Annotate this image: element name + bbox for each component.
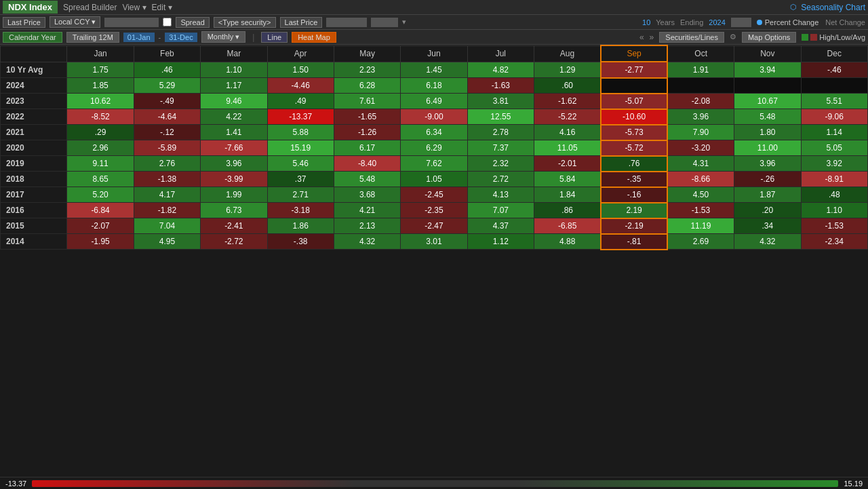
cell-2020-3[interactable]: 15.19: [267, 140, 334, 156]
cell-2023-8[interactable]: -5.07: [601, 94, 667, 109]
cell-2024-9[interactable]: [667, 78, 734, 94]
cell-2016-9[interactable]: -1.53: [667, 203, 734, 218]
cell-10 Yr Avg-4[interactable]: 2.23: [334, 62, 400, 78]
cell-2018-5[interactable]: 1.05: [401, 172, 467, 187]
cell-2020-0[interactable]: 2.96: [67, 140, 134, 156]
cell-2021-6[interactable]: 2.78: [467, 125, 534, 140]
cell-10 Yr Avg-3[interactable]: 1.50: [267, 62, 334, 78]
cell-2023-3[interactable]: .49: [267, 94, 334, 109]
cell-2018-8[interactable]: -.35: [601, 172, 667, 187]
cell-2022-8[interactable]: -10.60: [601, 109, 667, 125]
cell-2018-10[interactable]: -.26: [734, 172, 801, 187]
cell-2021-7[interactable]: 4.16: [534, 125, 601, 140]
date-to[interactable]: 31-Dec: [165, 33, 197, 42]
cell-2016-6[interactable]: 7.07: [467, 203, 534, 218]
cell-2015-3[interactable]: 1.86: [267, 218, 334, 234]
cell-2015-2[interactable]: -2.41: [201, 218, 267, 234]
cell-2016-7[interactable]: .86: [534, 203, 601, 218]
cell-2024-7[interactable]: .60: [534, 78, 601, 94]
cell-2023-2[interactable]: 9.46: [201, 94, 267, 109]
cell-2022-3[interactable]: -13.37: [267, 109, 334, 125]
cell-2022-4[interactable]: -1.65: [334, 109, 400, 125]
cell-2018-1[interactable]: -1.38: [134, 172, 200, 187]
cell-2016-1[interactable]: -1.82: [134, 203, 200, 218]
cell-2016-5[interactable]: -2.35: [401, 203, 467, 218]
cell-2023-0[interactable]: 10.62: [67, 94, 134, 109]
cell-2017-10[interactable]: 1.87: [734, 187, 801, 203]
cell-2018-9[interactable]: -8.66: [667, 172, 734, 187]
cell-2016-3[interactable]: -3.18: [267, 203, 334, 218]
cell-2024-1[interactable]: 5.29: [134, 78, 200, 94]
cell-2023-9[interactable]: -2.08: [667, 94, 734, 109]
last-price-btn[interactable]: Last Price: [3, 17, 45, 28]
cell-2020-1[interactable]: -5.89: [134, 140, 200, 156]
cell-2022-7[interactable]: -5.22: [534, 109, 601, 125]
cell-2021-8[interactable]: -5.73: [601, 125, 667, 140]
cell-2017-5[interactable]: -2.45: [401, 187, 467, 203]
cell-2022-1[interactable]: -4.64: [134, 109, 200, 125]
cell-2015-5[interactable]: -2.47: [401, 218, 467, 234]
map-options-btn[interactable]: Map Options: [742, 32, 796, 43]
monthly-btn[interactable]: Monthly ▾: [201, 31, 246, 43]
cell-2020-4[interactable]: 6.17: [334, 140, 400, 156]
cell-2019-0[interactable]: 9.11: [67, 156, 134, 172]
cell-2022-9[interactable]: 3.96: [667, 109, 734, 125]
cell-2017-11[interactable]: .48: [801, 187, 868, 203]
cell-10 Yr Avg-11[interactable]: -.46: [801, 62, 868, 78]
local-ccy-btn[interactable]: Local CCY ▾: [50, 16, 100, 28]
cell-2016-4[interactable]: 4.21: [334, 203, 400, 218]
cell-2014-0[interactable]: -1.95: [67, 234, 134, 250]
cell-2019-9[interactable]: 4.31: [667, 156, 734, 172]
seasonality-chart-btn[interactable]: Seasonality Chart: [801, 3, 865, 12]
calendar-year-btn[interactable]: Calendar Year: [3, 32, 62, 43]
cell-2024-8[interactable]: [601, 78, 667, 94]
cell-2016-11[interactable]: 1.10: [801, 203, 868, 218]
cell-2023-7[interactable]: -1.62: [534, 94, 601, 109]
cell-2018-0[interactable]: 8.65: [67, 172, 134, 187]
cell-2014-3[interactable]: -.38: [267, 234, 334, 250]
cell-2014-6[interactable]: 1.12: [467, 234, 534, 250]
cell-2019-2[interactable]: 3.96: [201, 156, 267, 172]
cell-2022-0[interactable]: -8.52: [67, 109, 134, 125]
cell-2017-4[interactable]: 3.68: [334, 187, 400, 203]
line-btn[interactable]: Line: [261, 32, 288, 43]
cell-2023-11[interactable]: 5.51: [801, 94, 868, 109]
cell-2019-3[interactable]: 5.46: [267, 156, 334, 172]
left-arrow[interactable]: «: [639, 33, 644, 42]
year-input[interactable]: [731, 18, 751, 27]
cell-2014-2[interactable]: -2.72: [201, 234, 267, 250]
edit-menu[interactable]: Edit ▾: [152, 3, 172, 12]
cell-10 Yr Avg-0[interactable]: 1.75: [67, 62, 134, 78]
cell-2015-8[interactable]: -2.19: [601, 218, 667, 234]
cell-2015-0[interactable]: -2.07: [67, 218, 134, 234]
cell-2018-6[interactable]: 2.72: [467, 172, 534, 187]
cell-2020-7[interactable]: 11.05: [534, 140, 601, 156]
cell-2016-10[interactable]: .20: [734, 203, 801, 218]
price-input[interactable]: [326, 18, 367, 27]
cell-2019-11[interactable]: 3.92: [801, 156, 868, 172]
cell-2021-3[interactable]: 5.88: [267, 125, 334, 140]
cell-2024-6[interactable]: -1.63: [467, 78, 534, 94]
cell-2024-11[interactable]: [801, 78, 868, 94]
cell-2020-11[interactable]: 5.05: [801, 140, 868, 156]
cell-2017-1[interactable]: 4.17: [134, 187, 200, 203]
view-menu[interactable]: View ▾: [122, 3, 146, 12]
cell-2014-1[interactable]: 4.95: [134, 234, 200, 250]
cell-2021-11[interactable]: 1.14: [801, 125, 868, 140]
cell-2014-4[interactable]: 4.32: [334, 234, 400, 250]
cell-10 Yr Avg-9[interactable]: 1.91: [667, 62, 734, 78]
cell-2016-8[interactable]: 2.19: [601, 203, 667, 218]
cell-2019-4[interactable]: -8.40: [334, 156, 400, 172]
cell-2022-6[interactable]: 12.55: [467, 109, 534, 125]
spread-checkbox[interactable]: [163, 18, 172, 26]
cell-2017-8[interactable]: -.16: [601, 187, 667, 203]
cell-10 Yr Avg-1[interactable]: .46: [134, 62, 200, 78]
cell-2024-5[interactable]: 6.18: [401, 78, 467, 94]
cell-2020-10[interactable]: 11.00: [734, 140, 801, 156]
price-input2[interactable]: [371, 18, 398, 27]
cell-10 Yr Avg-6[interactable]: 4.82: [467, 62, 534, 78]
cell-2014-10[interactable]: 4.32: [734, 234, 801, 250]
last-price2-btn[interactable]: Last Price: [280, 17, 323, 28]
cell-2017-6[interactable]: 4.13: [467, 187, 534, 203]
securities-lines-btn[interactable]: Securities/Lines: [659, 32, 724, 43]
